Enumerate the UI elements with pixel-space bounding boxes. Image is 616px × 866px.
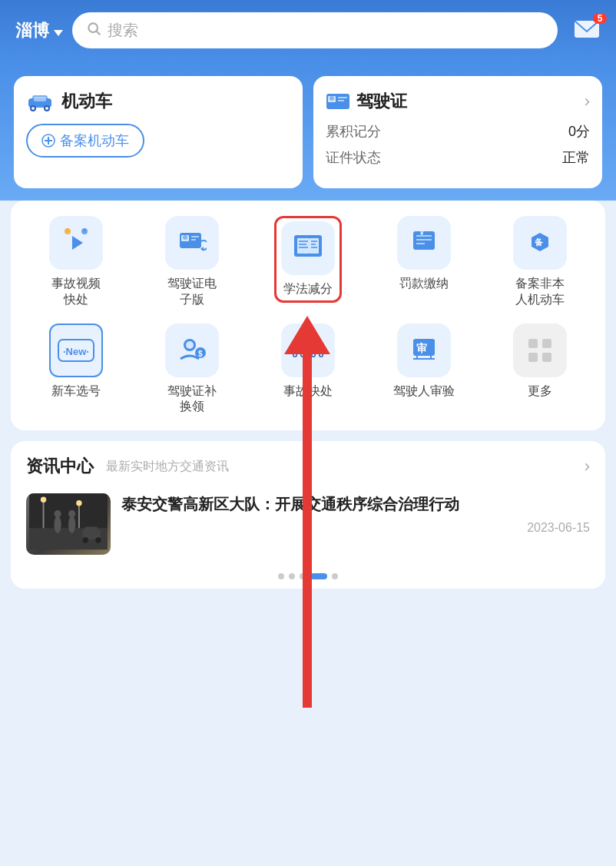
highlight-box: 学法减分 [274, 216, 342, 303]
svg-point-60 [312, 353, 314, 356]
vehicle-title: 机动车 [61, 90, 112, 113]
grid-item-fine-payment[interactable]: ¥ 罚款缴纳 [378, 216, 470, 308]
grid-item-study-deduct[interactable]: 学法减分 [262, 216, 354, 308]
car-icon [26, 91, 54, 112]
driver-elicense-icon [165, 216, 219, 270]
search-bar[interactable]: 搜索 [72, 12, 558, 48]
grid-item-accident-video[interactable]: 事故视频快处 [30, 216, 122, 308]
news-header: 资讯中心 最新实时地方交通资讯 › [11, 441, 605, 486]
svg-rect-31 [297, 238, 310, 254]
svg-point-62 [320, 353, 322, 356]
dot-4-active[interactable] [310, 573, 327, 579]
new-plate-label: 新车选号 [51, 383, 101, 400]
grid-item-driver-audit[interactable]: 审 驾驶人审验 [378, 324, 470, 416]
svg-text:$: $ [198, 350, 203, 358]
svg-point-8 [45, 107, 48, 110]
license-replace-label: 驾驶证补换领 [167, 383, 217, 416]
carousel-dots [11, 567, 605, 589]
new-plate-icon: ·New· [49, 324, 103, 377]
header: 淄博 搜索 5 [0, 0, 616, 64]
svg-rect-9 [34, 97, 46, 101]
register-other-label: 备案非本人机动车 [515, 276, 565, 308]
news-more-arrow-icon[interactable]: › [585, 456, 590, 476]
register-other-icon: 备 [513, 216, 567, 270]
license-replace-icon: $ [165, 324, 219, 377]
svg-text:·New·: ·New· [63, 346, 89, 357]
city-label: 淄博 [15, 19, 49, 42]
vehicle-card[interactable]: 机动车 备案机动车 [14, 76, 303, 188]
news-thumbnail [26, 493, 111, 555]
main-content: 事故视频快处 驾驶证电子版 [0, 201, 616, 589]
svg-text:备: 备 [535, 237, 544, 247]
news-title-text: 泰安交警高新区大队：开展交通秩序综合治理行动 [121, 493, 590, 515]
add-vehicle-button[interactable]: 备案机动车 [26, 124, 144, 158]
plus-circle-icon [41, 134, 55, 148]
svg-point-84 [68, 510, 75, 517]
mail-button[interactable]: 5 [573, 18, 601, 44]
grid-item-more[interactable]: 更多 [494, 324, 586, 416]
search-icon [86, 21, 101, 40]
svg-point-15 [330, 96, 334, 101]
svg-text:¥: ¥ [420, 230, 424, 237]
svg-point-80 [76, 500, 81, 506]
grid-item-license-replace[interactable]: $ 驾驶证补换领 [146, 324, 238, 416]
status-row: 证件状态 正常 [326, 148, 590, 167]
news-date: 2023-06-15 [121, 521, 590, 535]
grid-row-2: ·New· 新车选号 $ 驾驶证补换领 [18, 324, 598, 416]
news-thumb-image [26, 493, 111, 555]
svg-point-82 [54, 510, 61, 517]
svg-point-87 [83, 538, 88, 543]
news-section-subtitle: 最新实时地方交通资讯 [106, 459, 572, 475]
svg-marker-29 [200, 247, 204, 251]
svg-point-88 [95, 538, 101, 543]
dot-3[interactable] [300, 573, 306, 579]
city-selector[interactable]: 淄博 [15, 19, 63, 42]
svg-rect-73 [528, 353, 538, 362]
svg-text:审: 审 [416, 342, 427, 354]
accident-quick-label: 事故快处 [283, 383, 333, 400]
dot-2[interactable] [289, 573, 295, 579]
status-value: 正常 [562, 148, 590, 167]
svg-point-0 [88, 23, 98, 32]
license-header: 驾驶证 › [326, 90, 590, 113]
search-placeholder: 搜索 [108, 20, 138, 41]
license-title: 驾驶证 [356, 90, 407, 113]
study-deduct-icon [281, 221, 335, 275]
license-card[interactable]: 驾驶证 › 累积记分 0分 证件状态 正常 [313, 76, 602, 188]
grid-item-accident-quick[interactable]: 事故快处 [262, 324, 354, 416]
grid-item-new-plate[interactable]: ·New· 新车选号 [30, 324, 122, 416]
accident-video-icon [49, 216, 103, 270]
cards-row: 机动车 备案机动车 驾驶证 › [0, 64, 616, 201]
services-grid: 事故视频快处 驾驶证电子版 [11, 201, 605, 430]
svg-rect-32 [310, 238, 319, 254]
cumulative-value: 0分 [568, 122, 590, 141]
more-icon [513, 324, 567, 377]
dot-5[interactable] [332, 573, 338, 579]
svg-rect-39 [413, 231, 435, 250]
svg-rect-72 [542, 339, 551, 348]
svg-rect-58 [295, 343, 303, 348]
svg-point-26 [183, 235, 187, 240]
study-deduct-label: 学法减分 [283, 281, 333, 297]
fine-payment-icon: ¥ [397, 216, 451, 270]
license-arrow-icon: › [585, 91, 590, 111]
accident-video-label: 事故视频快处 [51, 276, 101, 308]
vehicle-title-row: 机动车 [26, 90, 290, 113]
news-item[interactable]: 泰安交警高新区大队：开展交通秩序综合治理行动 2023-06-15 [11, 486, 605, 567]
svg-point-83 [68, 516, 75, 533]
svg-point-48 [186, 341, 194, 349]
svg-line-65 [310, 342, 311, 345]
svg-point-78 [41, 497, 46, 503]
grid-row-1: 事故视频快处 驾驶证电子版 [18, 216, 598, 308]
svg-rect-71 [528, 339, 538, 348]
dot-1[interactable] [278, 573, 284, 579]
grid-item-driver-elicense[interactable]: 驾驶证电子版 [146, 216, 238, 308]
cumulative-label: 累积记分 [326, 122, 381, 141]
chevron-down-icon [52, 21, 63, 41]
svg-rect-74 [542, 353, 551, 362]
driver-elicense-label: 驾驶证电子版 [167, 276, 217, 308]
grid-item-register-other[interactable]: 备 备案非本人机动车 [494, 216, 586, 308]
news-section: 资讯中心 最新实时地方交通资讯 › [11, 441, 605, 589]
id-card-icon [326, 91, 350, 111]
driver-audit-icon: 审 [397, 324, 451, 377]
